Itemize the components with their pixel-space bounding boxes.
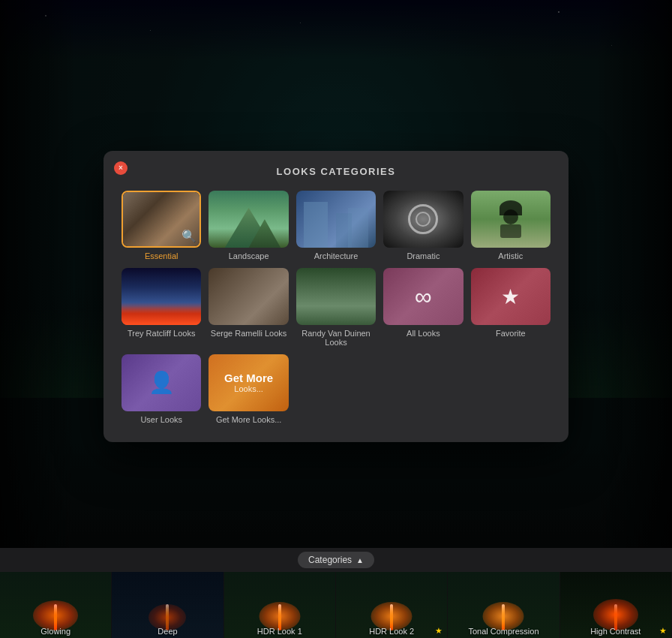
looks-categories-dialog: × LOOKS CATEGORIES 🔍 Essential xyxy=(104,151,568,442)
category-item-serge[interactable]: Serge Ramelli Looks xyxy=(208,268,288,347)
category-item-architecture[interactable]: Architecture xyxy=(296,191,376,260)
filmstrip-items: Glowing Deep HDR Look 1 xyxy=(0,572,672,638)
category-item-getmore[interactable]: Get More Looks... Get More Looks... xyxy=(208,354,288,424)
category-label-getmore: Get More Looks... xyxy=(216,415,281,424)
category-item-favorite[interactable]: ★ Favorite xyxy=(471,268,550,347)
category-thumb-essential: 🔍 xyxy=(122,191,201,248)
category-label-serge: Serge Ramelli Looks xyxy=(211,329,287,338)
category-label-randy: Randy Van Duinen Looks xyxy=(296,329,376,347)
category-item-artistic[interactable]: Artistic xyxy=(471,191,550,260)
filmstrip: Categories ▲ Glowing Deep xyxy=(0,548,672,638)
category-item-essential[interactable]: 🔍 Essential xyxy=(122,191,201,260)
film-label-glowing: Glowing xyxy=(0,627,111,636)
categories-label: Categories xyxy=(308,555,352,565)
film-item-highcontrast[interactable]: High Contrast ★ xyxy=(560,572,672,638)
modal-overlay: × LOOKS CATEGORIES 🔍 Essential xyxy=(0,0,672,638)
category-thumb-artistic xyxy=(471,191,550,248)
film-label-hdr1: HDR Look 1 xyxy=(224,627,335,636)
dialog-title: LOOKS CATEGORIES xyxy=(122,166,550,177)
film-label-deep: Deep xyxy=(112,627,223,636)
film-star-hdr2: ★ xyxy=(435,626,442,636)
chevron-up-icon: ▲ xyxy=(356,556,364,564)
category-thumb-serge xyxy=(208,268,288,325)
star-icon: ★ xyxy=(501,284,520,309)
filmstrip-categories-bar: Categories ▲ xyxy=(0,548,672,572)
film-label-tonal: Tonal Compression xyxy=(448,627,559,636)
film-item-glowing[interactable]: Glowing xyxy=(0,572,112,638)
getmore-subtitle: Looks... xyxy=(234,384,263,393)
film-item-deep[interactable]: Deep xyxy=(112,572,224,638)
category-thumb-dramatic xyxy=(383,191,463,248)
person-icon: 👤 xyxy=(148,370,175,395)
categories-grid: 🔍 Essential Landscape xyxy=(122,191,550,424)
category-label-architecture: Architecture xyxy=(314,251,358,260)
category-thumb-alllooks: ∞ xyxy=(383,268,463,325)
close-icon: × xyxy=(118,164,123,172)
category-thumb-landscape xyxy=(208,191,288,248)
getmore-title: Get More xyxy=(224,372,273,384)
category-thumb-architecture xyxy=(296,191,376,248)
film-star-highcontrast: ★ xyxy=(659,626,667,636)
category-thumb-favorite: ★ xyxy=(471,268,550,325)
category-item-landscape[interactable]: Landscape xyxy=(208,191,288,260)
category-item-dramatic[interactable]: Dramatic xyxy=(383,191,463,260)
category-label-artistic: Artistic xyxy=(498,251,523,260)
category-label-userlooks: User Looks xyxy=(140,415,182,424)
category-label-dramatic: Dramatic xyxy=(406,251,440,260)
category-label-trey: Trey Ratcliff Looks xyxy=(128,329,195,338)
category-label-alllooks: All Looks xyxy=(406,329,440,338)
film-item-tonal[interactable]: Tonal Compression xyxy=(448,572,560,638)
film-item-hdr2[interactable]: HDR Look 2 ★ xyxy=(336,572,448,638)
infinity-icon: ∞ xyxy=(415,284,432,308)
category-thumb-getmore: Get More Looks... xyxy=(208,354,288,411)
category-label-favorite: Favorite xyxy=(496,329,526,338)
categories-button[interactable]: Categories ▲ xyxy=(298,552,374,568)
category-thumb-trey xyxy=(122,268,201,325)
category-item-alllooks[interactable]: ∞ All Looks xyxy=(383,268,463,347)
category-item-randy[interactable]: Randy Van Duinen Looks xyxy=(296,268,376,347)
category-thumb-userlooks: 👤 xyxy=(122,354,201,411)
category-label-essential: Essential xyxy=(145,251,178,260)
category-label-landscape: Landscape xyxy=(229,251,269,260)
dialog-close-button[interactable]: × xyxy=(114,161,128,175)
film-item-hdr1[interactable]: HDR Look 1 xyxy=(224,572,336,638)
category-item-trey[interactable]: Trey Ratcliff Looks xyxy=(122,268,201,347)
film-label-hdr2: HDR Look 2 xyxy=(336,627,447,636)
category-thumb-randy xyxy=(296,268,376,325)
category-item-userlooks[interactable]: 👤 User Looks xyxy=(122,354,201,424)
film-label-highcontrast: High Contrast xyxy=(560,627,671,636)
